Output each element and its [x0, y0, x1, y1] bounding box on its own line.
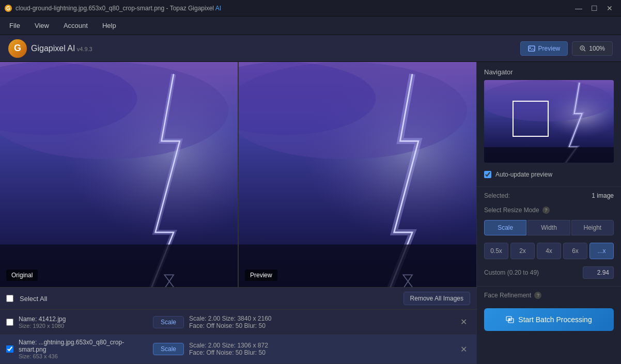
resize-mode-row: Select Resize Mode ?	[477, 202, 621, 218]
file-row: Name: 41412.jpg Size: 1920 x 1080 Scale …	[0, 310, 476, 335]
navigator-svg	[484, 80, 614, 163]
preview-label-panel: Preview	[245, 270, 277, 281]
menu-view[interactable]: View	[29, 20, 54, 31]
minimize-button[interactable]: —	[571, 2, 586, 14]
face-refinement-row: Face Refinement ?	[477, 289, 621, 304]
preview-panel: Preview	[239, 62, 476, 287]
title-ai: AI	[215, 5, 221, 12]
window-title: cloud-ground-lightning.jpg.653x0_q80_cro…	[15, 5, 221, 12]
divider-2	[477, 286, 621, 287]
resize-mode-help-icon[interactable]: ?	[542, 207, 550, 214]
title-text: cloud-ground-lightning.jpg.653x0_q80_cro…	[15, 5, 215, 12]
selected-info-row: Selected: 1 image	[477, 189, 621, 202]
custom-scale-row: Custom (0.20 to 49)	[477, 264, 621, 284]
file-size-2: Size: 653 x 436	[19, 353, 148, 359]
mode-height-button[interactable]: Height	[571, 220, 614, 235]
select-all-label: Select All	[20, 295, 47, 303]
mode-width-button[interactable]: Width	[527, 220, 570, 235]
mode-buttons: Scale Width Height	[477, 218, 621, 241]
divider-1	[477, 186, 621, 187]
auto-update-checkbox[interactable]	[484, 171, 491, 178]
file-info-1: Name: 41412.jpg Size: 1920 x 1080	[19, 315, 148, 329]
svg-rect-21	[484, 147, 614, 163]
svg-line-5	[584, 50, 585, 51]
remove-all-button[interactable]: Remove All Images	[403, 292, 470, 305]
scale-opt-05[interactable]: 0.5x	[484, 243, 508, 259]
scale-opt-4x[interactable]: 4x	[537, 243, 561, 259]
zoom-icon	[580, 45, 586, 52]
face-refinement-help-icon[interactable]: ?	[534, 292, 541, 299]
lightning-right-svg	[239, 62, 476, 287]
original-label: Original	[6, 270, 38, 281]
file-name-2: Name: ...ghtning.jpg.653x0_q80_crop-smar…	[19, 339, 148, 353]
preview-label: Preview	[538, 45, 561, 52]
resize-mode-label: Select Resize Mode	[484, 207, 539, 214]
app-name: Gigapixel AI	[31, 44, 75, 53]
custom-scale-label: Custom (0.20 to 49)	[484, 269, 539, 276]
selected-value: 1 image	[592, 192, 614, 199]
preview-image	[239, 62, 476, 287]
preview-button[interactable]: Preview	[520, 41, 568, 56]
navigator-title: Navigator	[477, 62, 621, 80]
file-settings-1: Scale: 2.00 Size: 3840 x 2160 Face: Off …	[189, 315, 452, 329]
title-bar: G cloud-ground-lightning.jpg.653x0_q80_c…	[0, 0, 621, 17]
zoom-button[interactable]: 100%	[572, 41, 613, 56]
custom-scale-input[interactable]	[583, 266, 614, 279]
toolbar: G Gigapixel AI v4.9.3 Preview 100%	[0, 35, 621, 62]
mode-scale-button[interactable]: Scale	[484, 220, 526, 235]
image-panels: Original	[0, 62, 476, 287]
file-list-header: Select All Remove All Images	[0, 288, 476, 310]
delete-button-2[interactable]: ✕	[457, 343, 470, 355]
menu-file[interactable]: File	[4, 20, 25, 31]
file-list-area: Select All Remove All Images Name: 41412…	[0, 287, 476, 364]
main-content: Original	[0, 62, 621, 364]
scale-options: 0.5x 2x 4x 6x ...x	[477, 241, 621, 264]
image-area: Original	[0, 62, 476, 364]
face-refinement-label: Face Refinement	[484, 292, 531, 299]
lightning-left-svg	[0, 62, 238, 287]
selected-label: Selected:	[484, 192, 510, 199]
navigator-thumbnail[interactable]	[484, 80, 614, 163]
scale-opt-2x[interactable]: 2x	[510, 243, 535, 259]
start-batch-label: Start Batch Processing	[518, 315, 592, 324]
file-settings-text-2: Scale: 2.00 Size: 1306 x 872	[189, 342, 452, 349]
file-checkbox-1[interactable]	[6, 319, 13, 326]
app-icon: G	[4, 4, 12, 12]
close-button[interactable]: ✕	[602, 2, 617, 14]
right-panel: Navigator	[476, 62, 621, 364]
file-face-text-1: Face: Off Noise: 50 Blur: 50	[189, 322, 452, 329]
app-name-area: Gigapixel AI v4.9.3	[31, 44, 92, 53]
auto-update-label: Auto-update preview	[495, 171, 552, 178]
file-checkbox-2[interactable]	[6, 345, 13, 353]
start-batch-button[interactable]: Start Batch Processing	[484, 308, 614, 331]
zoom-label: 100%	[589, 45, 605, 52]
image-icon	[528, 45, 535, 52]
scale-button-2[interactable]: Scale	[153, 343, 184, 355]
auto-update-row: Auto-update preview	[477, 168, 621, 184]
toolbar-right: Preview 100%	[520, 41, 613, 56]
svg-point-3	[529, 47, 530, 48]
maximize-button[interactable]: ☐	[587, 2, 601, 14]
file-info-2: Name: ...ghtning.jpg.653x0_q80_crop-smar…	[19, 339, 148, 359]
menu-help[interactable]: Help	[97, 20, 121, 31]
file-name-1: Name: 41412.jpg	[19, 315, 148, 323]
scale-opt-6x[interactable]: 6x	[563, 243, 587, 259]
title-bar-content: G cloud-ground-lightning.jpg.653x0_q80_c…	[4, 4, 221, 12]
file-settings-2: Scale: 2.00 Size: 1306 x 872 Face: Off N…	[189, 342, 452, 356]
delete-button-1[interactable]: ✕	[457, 316, 470, 328]
file-settings-text-1: Scale: 2.00 Size: 3840 x 2160	[189, 315, 452, 322]
file-face-text-2: Face: Off Noise: 50 Blur: 50	[189, 349, 452, 356]
original-panel: Original	[0, 62, 239, 287]
scale-opt-custom-x[interactable]: ...x	[589, 243, 614, 259]
window-controls: — ☐ ✕	[571, 2, 617, 14]
svg-text:G: G	[6, 6, 10, 11]
file-row-selected: Name: ...ghtning.jpg.653x0_q80_crop-smar…	[0, 335, 476, 364]
menu-bar: File View Account Help	[0, 17, 621, 35]
scale-button-1[interactable]: Scale	[153, 316, 184, 328]
file-size-1: Size: 1920 x 1080	[19, 323, 148, 329]
navigator-viewport[interactable]	[513, 101, 549, 137]
select-all-checkbox[interactable]	[6, 295, 13, 302]
batch-icon	[506, 315, 514, 324]
menu-account[interactable]: Account	[58, 20, 93, 31]
logo-area: G Gigapixel AI v4.9.3	[8, 39, 514, 58]
